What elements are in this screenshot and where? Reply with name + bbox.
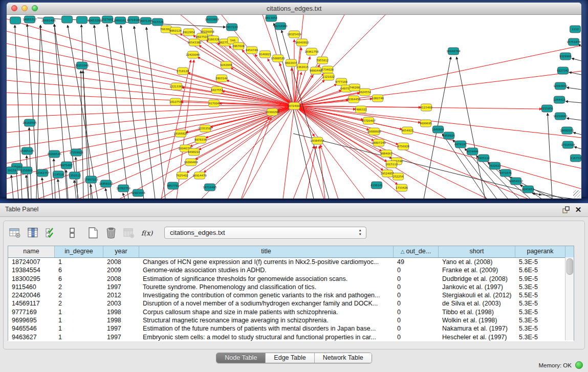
graph-edge[interactable] [105,188,107,199]
table-cell[interactable]: Changes of HCN gene expression and I(f) … [139,258,394,266]
column-header[interactable]: title [139,246,394,257]
table-cell[interactable]: Genome-wide association studies in ADHD. [139,266,394,274]
table-cell[interactable]: 5.3E-5 [515,299,565,308]
table-cell[interactable]: 5.3E-5 [515,308,565,316]
table-cell[interactable]: 0 [394,333,439,341]
tab-node-table[interactable]: Node Table [216,353,266,363]
show-column-icon[interactable] [27,227,40,239]
tab-network-table[interactable]: Network Table [315,353,372,363]
table-cell[interactable]: 22420046 [8,291,55,299]
float-panel-button[interactable] [561,205,571,214]
table-row[interactable]: 1938455462009Genome-wide association stu… [8,266,574,274]
table-row[interactable]: 946554611997Estimation of the future num… [8,324,574,333]
graph-edge[interactable] [42,178,44,199]
table-cell[interactable]: 5.9E-5 [515,275,565,283]
network-canvas[interactable]: 1405571720691406106532871527602646616110… [7,15,581,199]
table-row[interactable]: 2242004622012Investigating the contribut… [8,291,574,299]
graph-edge[interactable] [567,87,581,90]
table-cell[interactable]: 18724007 [8,258,55,266]
table-cell[interactable]: 0 [394,266,439,274]
column-header[interactable]: pagerank [515,246,565,257]
graph-node[interactable] [10,17,21,24]
table-row[interactable]: 1872400712008Changes of HCN gene express… [8,258,574,266]
window-resize-grip[interactable] [573,190,580,198]
table-cell[interactable]: Tourette syndrome. Phenomenology and cla… [139,283,394,291]
select-all-icon[interactable] [45,227,58,239]
table-cell[interactable]: 2012 [103,291,139,299]
table-cell[interactable]: 9699695 [8,316,55,324]
table-row[interactable]: 946362711997Embryonic stem cells: a mode… [8,333,574,341]
table-cell[interactable]: 0 [394,316,439,324]
table-cell[interactable]: Structural magnetic resonance image aver… [139,316,394,324]
table-row[interactable]: 969969511998Structural magnetic resonanc… [8,316,574,324]
graph-edge[interactable] [573,133,581,135]
tab-edge-table[interactable]: Edge Table [266,353,314,363]
graph-edge[interactable] [7,106,294,117]
table-cell[interactable]: 18300295 [8,275,55,283]
new-table-icon[interactable] [86,227,100,239]
graph-edge[interactable] [205,106,294,138]
table-cell[interactable]: 5.5E-5 [515,291,565,299]
table-cell[interactable]: 5.3E-5 [515,324,565,333]
graph-edge[interactable] [81,71,83,199]
table-selector-dropdown[interactable]: citations_edges.txt ▲▼ [164,227,366,239]
table-cell[interactable]: 6 [55,266,103,274]
graph-edge[interactable] [294,46,581,106]
graph-edge[interactable] [294,106,542,109]
table-cell[interactable]: 1 [55,316,103,324]
table-cell[interactable]: 1 [55,258,103,266]
table-cell[interactable]: Estimation of the future numbers of pati… [139,324,394,333]
table-cell[interactable]: 0 [394,283,439,291]
graph-edge[interactable] [107,24,128,199]
table-cell[interactable]: 2 [55,299,103,308]
graph-edge[interactable] [228,117,269,199]
table-cell[interactable]: 2008 [103,275,139,283]
table-row[interactable]: 1830029562008Estimation of significance … [8,275,574,283]
graph-edge[interactable] [160,106,294,199]
graph-edge[interactable] [199,106,294,150]
scrollbar-thumb[interactable] [567,258,573,275]
table-cell[interactable]: Estimation of significance thresholds fo… [139,275,394,283]
graph-node[interactable] [77,16,88,24]
table-cell[interactable]: Jankovic et al. (1997) [439,283,515,291]
table-cell[interactable]: Embryonic stem cells: a model to study s… [139,333,394,341]
table-cell[interactable]: 5.3E-5 [515,333,565,341]
graph-edge[interactable] [7,106,294,148]
table-cell[interactable]: Nakamura et al. (1997) [439,324,515,333]
table-cell[interactable]: 1997 [103,324,139,333]
delete-trash-icon[interactable] [104,227,118,239]
citation-graph[interactable]: 1405571720691406106532871527602646616110… [7,15,581,199]
graph-edge[interactable] [567,118,581,120]
graph-edge[interactable] [569,72,581,75]
graph-edge[interactable] [548,113,552,199]
table-cell[interactable]: Disruption of a novel member of a sodium… [139,299,394,308]
table-settings-icon[interactable] [9,227,22,239]
function-builder-icon[interactable]: f(x) [140,227,154,239]
table-cell[interactable]: 0 [394,308,439,316]
graph-edge[interactable] [58,179,60,199]
table-cell[interactable]: Dudbridge et al. (2008) [439,275,515,283]
table-cell[interactable]: 0 [394,299,439,308]
table-scrollbar[interactable] [565,257,574,340]
graph-edge[interactable] [7,105,294,106]
graph-edge[interactable] [320,145,338,199]
table-cell[interactable]: 0 [394,324,439,333]
graph-edge[interactable] [283,106,294,199]
table-cell[interactable]: 1 [55,324,103,333]
table-cell[interactable]: 19384554 [8,266,55,274]
table-row[interactable]: 977716911998Corpus callosum shape and si… [8,308,574,316]
table-cell[interactable]: 9115460 [8,283,55,291]
table-cell[interactable]: 5.6E-5 [515,266,565,274]
graph-edge[interactable] [294,106,382,151]
table-row[interactable]: 911546021997Tourette syndrome. Phenomeno… [8,283,574,291]
table-cell[interactable]: 0 [394,275,439,283]
graph-edge[interactable] [293,134,541,195]
table-cell[interactable]: 2 [55,283,103,291]
graph-edge[interactable] [574,147,581,149]
table-cell[interactable]: 2008 [103,258,139,266]
table-cell[interactable]: Yano et al. (2008) [439,258,515,266]
table-cell[interactable]: Franke et al. (2009) [439,266,515,274]
table-cell[interactable]: 1998 [103,308,139,316]
column-header[interactable]: △out_de... [394,246,439,257]
table-cell[interactable]: Wolkin et al. (1998) [439,316,515,324]
